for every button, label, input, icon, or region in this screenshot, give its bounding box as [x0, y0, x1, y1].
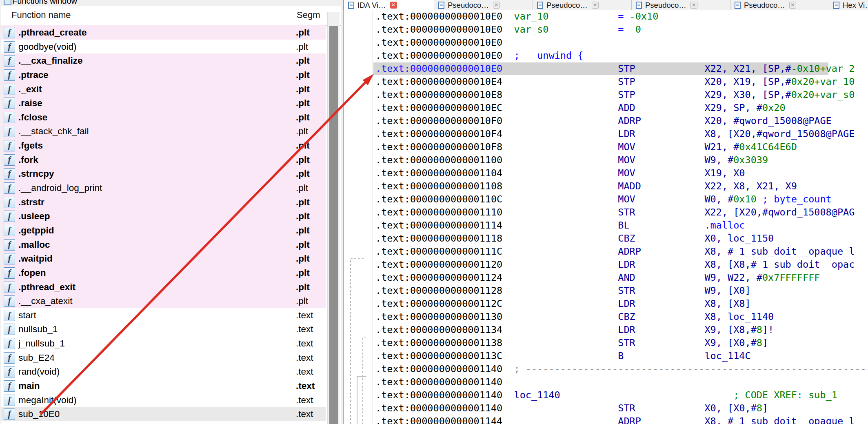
disassembly-listing[interactable]: .text:00000000000010E0 var_10 = -0x10.te… [344, 10, 868, 424]
function-row[interactable]: fnullsub_1.text [1, 322, 326, 336]
disasm-line[interactable]: .text:0000000000001128 STR W9, [X0] [375, 284, 868, 297]
tab-hexvi[interactable]: Hex Vi… [829, 0, 868, 10]
close-icon[interactable]: ✕ [592, 2, 599, 9]
disasm-line[interactable]: .text:000000000000111C ADRP X8, #_1_sub_… [375, 245, 868, 258]
function-row[interactable]: fmain.text [1, 379, 326, 393]
tab-pseudoco[interactable]: Pseudoco…✕ [434, 0, 533, 10]
function-row[interactable]: fgoodbye(void).plt [1, 40, 326, 54]
disasm-line[interactable]: .text:00000000000010E0 ; __unwind { [375, 49, 868, 62]
function-row[interactable]: f._exit.plt [1, 82, 326, 96]
function-row[interactable]: f.__cxa_atexit.plt [1, 294, 326, 308]
disasm-line[interactable]: .text:0000000000001108 MADD X22, X8, X21… [375, 180, 868, 193]
disasm-line[interactable]: .text:00000000000010E0 var_s0 = 0 [375, 23, 868, 36]
functions-scrollbar[interactable] [327, 12, 340, 424]
function-name[interactable]: goodbye(void) [18, 40, 77, 54]
tab-idavi[interactable]: IDA Vi…✕ [344, 0, 434, 10]
function-row[interactable]: f.malloc.plt [1, 238, 326, 252]
column-header-function-name[interactable]: Function name [11, 10, 71, 20]
function-name[interactable]: .__cxa_atexit [18, 294, 73, 308]
tab-pseudoco[interactable]: Pseudoco…✕ [632, 0, 730, 10]
function-name[interactable]: megaInit(void) [18, 393, 77, 407]
function-name[interactable]: .getppid [18, 223, 54, 238]
function-row[interactable]: fj_nullsub_1.text [1, 336, 326, 351]
function-name[interactable]: .usleep [18, 209, 50, 223]
disasm-line[interactable]: .text:000000000000113C B loc_114C [375, 349, 868, 362]
function-row[interactable]: f.__stack_chk_fail.plt [1, 124, 326, 138]
disasm-line[interactable]: .text:0000000000001140 [375, 375, 868, 388]
close-icon[interactable]: ✕ [493, 2, 500, 9]
disasm-line-selected[interactable]: .text:00000000000010E0 STP X22, X21, [SP… [375, 62, 868, 75]
function-name[interactable]: sub_E24 [18, 351, 55, 365]
function-name[interactable]: .fgets [18, 138, 43, 153]
function-name[interactable]: .fclose [18, 110, 47, 124]
disasm-line[interactable]: .text:0000000000001140 ; ---------------… [375, 362, 868, 375]
function-row[interactable]: f.strncpy.plt [1, 166, 326, 181]
functions-scrollbar-thumb[interactable] [329, 26, 338, 424]
disasm-line[interactable]: .text:0000000000001120 LDR X8, [X8,#_1_s… [375, 258, 868, 271]
disasm-line[interactable]: .text:0000000000001124 AND W9, W22, #0x7… [375, 271, 868, 284]
disasm-line[interactable]: .text:0000000000001114 BL .malloc [375, 219, 868, 232]
function-name[interactable]: ._exit [18, 82, 42, 96]
disasm-line[interactable]: .text:0000000000001144 ADRP X8, #_1_sub_… [375, 415, 868, 424]
function-name[interactable]: .fopen [18, 266, 46, 280]
function-row[interactable]: fsub_10E0.text [1, 407, 326, 421]
function-row[interactable]: f.raise.plt [1, 96, 326, 110]
close-icon[interactable]: ✕ [789, 2, 796, 9]
function-row[interactable]: fstart.text [1, 308, 326, 322]
functions-window-titlebar[interactable]: Functions window [0, 0, 343, 6]
function-row[interactable]: f.getppid.plt [1, 223, 326, 238]
function-name[interactable]: .__android_log_print [18, 181, 102, 195]
function-name[interactable]: nullsub_1 [18, 322, 58, 336]
function-row[interactable]: f.__android_log_print.plt [1, 181, 326, 195]
disasm-line[interactable]: .text:00000000000010EC ADD X29, SP, #0x2… [375, 101, 868, 114]
disasm-line[interactable]: .text:00000000000010E8 STP X29, X30, [SP… [375, 88, 868, 101]
disasm-line[interactable]: .text:000000000000112C LDR X8, [X8] [375, 297, 868, 310]
disasm-line[interactable]: .text:0000000000001110 STR X22, [X20,#qw… [375, 206, 868, 219]
disasm-line[interactable]: .text:0000000000001140 loc_1140 ; CODE X… [375, 388, 868, 402]
functions-table-header[interactable]: Function name Segm [1, 6, 341, 26]
function-name[interactable]: .waitpid [18, 251, 53, 266]
function-name[interactable]: .__stack_chk_fail [18, 124, 89, 138]
function-row[interactable]: f.ptrace.plt [1, 68, 326, 82]
column-header-segment[interactable]: Segm [297, 10, 320, 20]
function-name[interactable]: .pthread_create [18, 25, 87, 40]
disasm-line[interactable]: .text:00000000000010E0 var_10 = -0x10 [375, 10, 868, 23]
function-row[interactable]: f.fclose.plt [1, 110, 326, 124]
disasm-line[interactable]: .text:00000000000010E0 [375, 36, 868, 49]
function-name[interactable]: .strncpy [18, 166, 54, 181]
disasm-line[interactable]: .text:0000000000001140 STR X0, [X0,#8] [375, 402, 868, 415]
disasm-line[interactable]: .text:0000000000001104 MOV X19, X0 [375, 166, 868, 180]
function-name[interactable]: sub_10E0 [18, 407, 60, 421]
function-name[interactable]: .malloc [18, 238, 50, 252]
column-separator[interactable] [292, 7, 292, 24]
function-name[interactable]: .__cxa_finalize [18, 53, 83, 68]
function-row[interactable]: fmegaInit(void).text [1, 393, 326, 407]
function-row[interactable]: f.fgets.plt [1, 138, 326, 153]
disasm-line[interactable]: .text:0000000000001100 MOV W9, #0x3039 [375, 153, 868, 166]
function-row[interactable]: fsub_E24.text [1, 351, 326, 365]
function-name[interactable]: .raise [18, 96, 42, 110]
function-row[interactable]: f.pthread_create.plt [1, 25, 326, 40]
disasm-line[interactable]: .text:0000000000001138 STR X9, [X0,#8] [375, 336, 868, 349]
function-row[interactable]: f.pthread_exit.plt [1, 280, 326, 294]
close-icon[interactable]: ✕ [690, 2, 697, 9]
disasm-line[interactable]: .text:00000000000010F4 LDR X8, [X20,#qwo… [375, 127, 868, 140]
disasm-line[interactable]: .text:000000000000110C MOV W0, #0x10 ; b… [375, 193, 868, 206]
function-name[interactable]: .pthread_exit [18, 280, 75, 294]
function-row[interactable]: f.fopen.plt [1, 266, 326, 280]
disasm-line[interactable]: .text:0000000000001130 CBZ X8, loc_1140 [375, 310, 868, 323]
function-row[interactable]: f.usleep.plt [1, 209, 326, 223]
close-icon[interactable]: ✕ [390, 2, 397, 9]
disasm-line[interactable]: .text:00000000000010E4 STP X20, X19, [SP… [375, 75, 868, 88]
function-name[interactable]: .strstr [18, 195, 44, 209]
function-row[interactable]: f.strstr.plt [1, 195, 326, 209]
function-row[interactable]: frand(void).text [1, 364, 326, 379]
disasm-line[interactable]: .text:00000000000010F0 ADRP X20, #qword_… [375, 114, 868, 127]
function-row[interactable]: f.fork.plt [1, 153, 326, 167]
disasm-line[interactable]: .text:00000000000010F8 MOV W21, #0x41C64… [375, 140, 868, 153]
function-name[interactable]: j_nullsub_1 [18, 336, 65, 351]
function-name[interactable]: .ptrace [18, 68, 49, 82]
function-name[interactable]: .fork [18, 153, 38, 167]
disasm-line[interactable]: .text:0000000000001118 CBZ X0, loc_1150 [375, 232, 868, 245]
tab-pseudoco[interactable]: Pseudoco…✕ [730, 0, 829, 10]
